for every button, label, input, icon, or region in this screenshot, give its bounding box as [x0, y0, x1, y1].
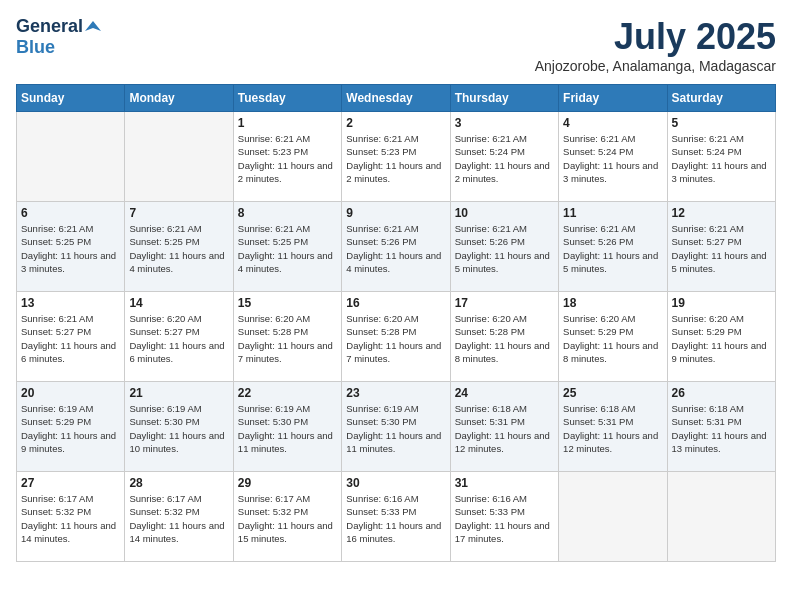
calendar-day-cell: 22Sunrise: 6:19 AM Sunset: 5:30 PM Dayli…: [233, 382, 341, 472]
calendar-table: SundayMondayTuesdayWednesdayThursdayFrid…: [16, 84, 776, 562]
day-number: 15: [238, 296, 337, 310]
day-number: 1: [238, 116, 337, 130]
calendar-day-cell: 18Sunrise: 6:20 AM Sunset: 5:29 PM Dayli…: [559, 292, 667, 382]
day-number: 13: [21, 296, 120, 310]
calendar-day-cell: 11Sunrise: 6:21 AM Sunset: 5:26 PM Dayli…: [559, 202, 667, 292]
logo-general-text: General: [16, 16, 83, 37]
month-title: July 2025: [535, 16, 776, 58]
calendar-week-row: 1Sunrise: 6:21 AM Sunset: 5:23 PM Daylig…: [17, 112, 776, 202]
day-number: 24: [455, 386, 554, 400]
calendar-header-cell: Wednesday: [342, 85, 450, 112]
day-info: Sunrise: 6:19 AM Sunset: 5:30 PM Dayligh…: [346, 402, 445, 455]
location-text: Anjozorobe, Analamanga, Madagascar: [535, 58, 776, 74]
day-number: 11: [563, 206, 662, 220]
day-info: Sunrise: 6:21 AM Sunset: 5:26 PM Dayligh…: [346, 222, 445, 275]
day-number: 18: [563, 296, 662, 310]
day-number: 17: [455, 296, 554, 310]
day-info: Sunrise: 6:20 AM Sunset: 5:29 PM Dayligh…: [563, 312, 662, 365]
day-number: 3: [455, 116, 554, 130]
day-info: Sunrise: 6:17 AM Sunset: 5:32 PM Dayligh…: [238, 492, 337, 545]
day-info: Sunrise: 6:21 AM Sunset: 5:24 PM Dayligh…: [563, 132, 662, 185]
calendar-day-cell: 26Sunrise: 6:18 AM Sunset: 5:31 PM Dayli…: [667, 382, 775, 472]
day-number: 29: [238, 476, 337, 490]
calendar-day-cell: 15Sunrise: 6:20 AM Sunset: 5:28 PM Dayli…: [233, 292, 341, 382]
day-info: Sunrise: 6:20 AM Sunset: 5:27 PM Dayligh…: [129, 312, 228, 365]
calendar-day-cell: 5Sunrise: 6:21 AM Sunset: 5:24 PM Daylig…: [667, 112, 775, 202]
day-number: 26: [672, 386, 771, 400]
day-number: 28: [129, 476, 228, 490]
calendar-day-cell: 28Sunrise: 6:17 AM Sunset: 5:32 PM Dayli…: [125, 472, 233, 562]
day-info: Sunrise: 6:21 AM Sunset: 5:27 PM Dayligh…: [672, 222, 771, 275]
calendar-header-cell: Tuesday: [233, 85, 341, 112]
page-header: General Blue July 2025 Anjozorobe, Anala…: [16, 16, 776, 74]
calendar-body: 1Sunrise: 6:21 AM Sunset: 5:23 PM Daylig…: [17, 112, 776, 562]
calendar-header-cell: Monday: [125, 85, 233, 112]
day-number: 23: [346, 386, 445, 400]
day-number: 10: [455, 206, 554, 220]
day-info: Sunrise: 6:21 AM Sunset: 5:24 PM Dayligh…: [455, 132, 554, 185]
day-info: Sunrise: 6:20 AM Sunset: 5:28 PM Dayligh…: [455, 312, 554, 365]
day-info: Sunrise: 6:21 AM Sunset: 5:27 PM Dayligh…: [21, 312, 120, 365]
calendar-week-row: 6Sunrise: 6:21 AM Sunset: 5:25 PM Daylig…: [17, 202, 776, 292]
calendar-day-cell: 9Sunrise: 6:21 AM Sunset: 5:26 PM Daylig…: [342, 202, 450, 292]
calendar-day-cell: 13Sunrise: 6:21 AM Sunset: 5:27 PM Dayli…: [17, 292, 125, 382]
calendar-day-cell: 23Sunrise: 6:19 AM Sunset: 5:30 PM Dayli…: [342, 382, 450, 472]
day-info: Sunrise: 6:21 AM Sunset: 5:26 PM Dayligh…: [455, 222, 554, 275]
day-info: Sunrise: 6:18 AM Sunset: 5:31 PM Dayligh…: [672, 402, 771, 455]
day-number: 14: [129, 296, 228, 310]
calendar-day-cell: 31Sunrise: 6:16 AM Sunset: 5:33 PM Dayli…: [450, 472, 558, 562]
day-info: Sunrise: 6:21 AM Sunset: 5:26 PM Dayligh…: [563, 222, 662, 275]
day-info: Sunrise: 6:18 AM Sunset: 5:31 PM Dayligh…: [455, 402, 554, 455]
calendar-day-cell: [17, 112, 125, 202]
svg-marker-0: [85, 21, 101, 31]
calendar-day-cell: 29Sunrise: 6:17 AM Sunset: 5:32 PM Dayli…: [233, 472, 341, 562]
day-number: 5: [672, 116, 771, 130]
calendar-week-row: 27Sunrise: 6:17 AM Sunset: 5:32 PM Dayli…: [17, 472, 776, 562]
day-info: Sunrise: 6:20 AM Sunset: 5:28 PM Dayligh…: [238, 312, 337, 365]
day-number: 2: [346, 116, 445, 130]
logo-bird-icon: [85, 19, 101, 35]
day-info: Sunrise: 6:16 AM Sunset: 5:33 PM Dayligh…: [346, 492, 445, 545]
calendar-day-cell: 20Sunrise: 6:19 AM Sunset: 5:29 PM Dayli…: [17, 382, 125, 472]
day-info: Sunrise: 6:21 AM Sunset: 5:24 PM Dayligh…: [672, 132, 771, 185]
day-number: 16: [346, 296, 445, 310]
day-info: Sunrise: 6:21 AM Sunset: 5:25 PM Dayligh…: [129, 222, 228, 275]
calendar-day-cell: 16Sunrise: 6:20 AM Sunset: 5:28 PM Dayli…: [342, 292, 450, 382]
day-info: Sunrise: 6:19 AM Sunset: 5:30 PM Dayligh…: [238, 402, 337, 455]
calendar-day-cell: 2Sunrise: 6:21 AM Sunset: 5:23 PM Daylig…: [342, 112, 450, 202]
day-number: 25: [563, 386, 662, 400]
day-info: Sunrise: 6:19 AM Sunset: 5:29 PM Dayligh…: [21, 402, 120, 455]
day-number: 4: [563, 116, 662, 130]
day-info: Sunrise: 6:20 AM Sunset: 5:29 PM Dayligh…: [672, 312, 771, 365]
title-area: July 2025 Anjozorobe, Analamanga, Madaga…: [535, 16, 776, 74]
calendar-day-cell: 6Sunrise: 6:21 AM Sunset: 5:25 PM Daylig…: [17, 202, 125, 292]
day-info: Sunrise: 6:16 AM Sunset: 5:33 PM Dayligh…: [455, 492, 554, 545]
calendar-header-cell: Thursday: [450, 85, 558, 112]
day-number: 22: [238, 386, 337, 400]
day-number: 8: [238, 206, 337, 220]
calendar-day-cell: 8Sunrise: 6:21 AM Sunset: 5:25 PM Daylig…: [233, 202, 341, 292]
day-number: 6: [21, 206, 120, 220]
calendar-day-cell: 3Sunrise: 6:21 AM Sunset: 5:24 PM Daylig…: [450, 112, 558, 202]
calendar-week-row: 20Sunrise: 6:19 AM Sunset: 5:29 PM Dayli…: [17, 382, 776, 472]
calendar-day-cell: 10Sunrise: 6:21 AM Sunset: 5:26 PM Dayli…: [450, 202, 558, 292]
calendar-day-cell: 17Sunrise: 6:20 AM Sunset: 5:28 PM Dayli…: [450, 292, 558, 382]
day-info: Sunrise: 6:19 AM Sunset: 5:30 PM Dayligh…: [129, 402, 228, 455]
calendar-day-cell: 25Sunrise: 6:18 AM Sunset: 5:31 PM Dayli…: [559, 382, 667, 472]
day-number: 30: [346, 476, 445, 490]
day-number: 19: [672, 296, 771, 310]
day-info: Sunrise: 6:17 AM Sunset: 5:32 PM Dayligh…: [21, 492, 120, 545]
day-info: Sunrise: 6:21 AM Sunset: 5:23 PM Dayligh…: [238, 132, 337, 185]
calendar-week-row: 13Sunrise: 6:21 AM Sunset: 5:27 PM Dayli…: [17, 292, 776, 382]
day-number: 31: [455, 476, 554, 490]
day-info: Sunrise: 6:17 AM Sunset: 5:32 PM Dayligh…: [129, 492, 228, 545]
calendar-day-cell: 30Sunrise: 6:16 AM Sunset: 5:33 PM Dayli…: [342, 472, 450, 562]
day-info: Sunrise: 6:20 AM Sunset: 5:28 PM Dayligh…: [346, 312, 445, 365]
calendar-day-cell: 1Sunrise: 6:21 AM Sunset: 5:23 PM Daylig…: [233, 112, 341, 202]
calendar-day-cell: 21Sunrise: 6:19 AM Sunset: 5:30 PM Dayli…: [125, 382, 233, 472]
calendar-day-cell: 27Sunrise: 6:17 AM Sunset: 5:32 PM Dayli…: [17, 472, 125, 562]
day-number: 20: [21, 386, 120, 400]
calendar-header-row: SundayMondayTuesdayWednesdayThursdayFrid…: [17, 85, 776, 112]
logo-blue-text: Blue: [16, 37, 55, 57]
calendar-header-cell: Sunday: [17, 85, 125, 112]
